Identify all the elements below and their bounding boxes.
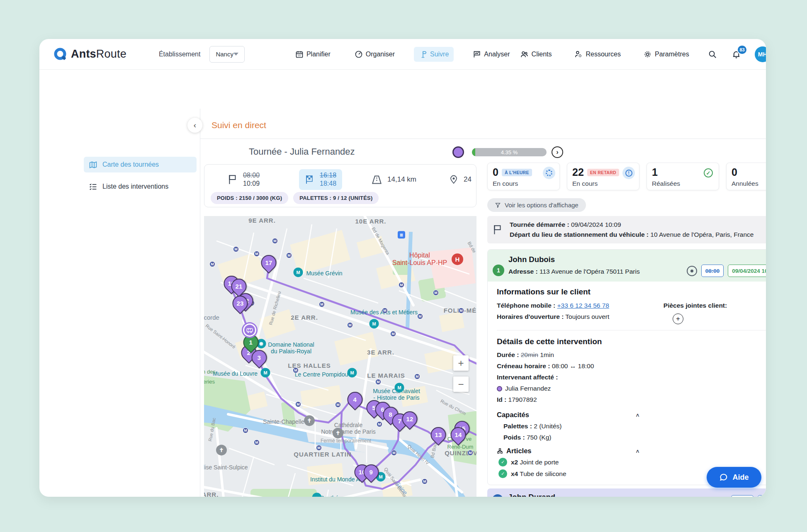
map-label: Rue du Bac: [207, 418, 216, 442]
secondary-nav: Clients Ressources Paramètres 83 MH: [515, 46, 766, 62]
map-label: 3E ARR.: [367, 349, 394, 356]
finish-flag-icon: [305, 175, 315, 185]
status-card-done[interactable]: 1 Réalisées ✓: [647, 163, 719, 190]
road-icon: [371, 174, 382, 185]
nav-planifier[interactable]: Planifier: [290, 47, 335, 62]
metro-station-icon: M: [467, 450, 473, 456]
poi-icon: M: [261, 368, 270, 377]
ontime-badge: À L'HEURE: [502, 169, 532, 176]
church-icon: ✝: [304, 415, 315, 426]
capacity-pills: POIDS : 2150 / 3000 (KG) PALETTES : 9 / …: [211, 192, 379, 204]
stop1-number: 1: [493, 265, 504, 276]
nav-organiser[interactable]: Organiser: [350, 47, 400, 62]
help-button[interactable]: Aide: [707, 467, 761, 488]
stop1-header[interactable]: 1 John Dubois Adresse : 113 Avenue de l'…: [488, 250, 766, 282]
metro-station-icon: M: [335, 402, 341, 408]
articles-icon: [497, 448, 503, 454]
establishment-select[interactable]: Nancy: [209, 46, 245, 63]
speedometer-icon: [355, 50, 363, 58]
tour-title: Tournée - Julia Fernandez: [249, 146, 355, 157]
map-label: HôpitalSaint-Louis AP-HP: [392, 252, 447, 267]
map-marker-stop-17[interactable]: 17: [258, 252, 280, 273]
map-label: René-Dum: [447, 444, 474, 450]
map-label: eries: [204, 379, 215, 385]
poi-icon: ▲: [312, 493, 322, 497]
metro-station-icon: M: [293, 367, 299, 373]
metro-station-icon: M: [382, 308, 388, 313]
map-marker-stop-4[interactable]: 4: [344, 389, 366, 410]
tour-open-arrow[interactable]: ›: [552, 146, 563, 158]
sidebar-item-carte-des-tournees[interactable]: Carte des tournées: [84, 157, 197, 172]
status-card-cancelled[interactable]: 0 Annulées ×: [726, 163, 766, 190]
map-label: Quai Saint-Bernard: [383, 466, 410, 497]
search-button[interactable]: [707, 49, 718, 60]
articles-toggle[interactable]: Articles ∧: [497, 447, 640, 455]
nav-ressources[interactable]: Ressources: [569, 47, 625, 62]
stop1-name: John Dubois: [508, 255, 766, 264]
brand-logo[interactable]: AntsRoute: [53, 47, 126, 62]
stop2-header[interactable]: 2 John Durand Adresse : 99 Rue de Rivoli…: [487, 488, 766, 497]
pallets-pill: PALETTES : 9 / 12 (UNITÉS): [293, 192, 379, 204]
person-gear-icon: [574, 50, 583, 58]
metro-station-icon: M: [375, 379, 381, 385]
metro-station-icon: M: [417, 313, 423, 319]
metro-station-icon: M: [347, 322, 353, 328]
add-attachment-button[interactable]: +: [673, 313, 683, 324]
stats-row: 08:0010:09 16:1818:48 14,14 km 24: [204, 170, 476, 189]
end-time-stat[interactable]: 16:1818:48: [299, 169, 342, 190]
status-card-late[interactable]: 22EN RETARD En cours !: [567, 163, 639, 190]
flag-icon: [492, 224, 503, 235]
map-zoom-in-button[interactable]: +: [453, 355, 469, 371]
map-label: Rue du Chem: [440, 398, 467, 416]
nav-clients[interactable]: Clients: [515, 47, 557, 62]
pin-icon: [449, 175, 459, 185]
map-pin-icon: [89, 160, 97, 169]
tour-progress-bar: 4.35 %: [472, 148, 547, 156]
tour-map[interactable]: 9E ARR.10E ARR.2E ARR.3E ARR.LES HALLESL…: [204, 216, 476, 497]
poi-icon: M: [395, 383, 404, 392]
start-flag-icon: [227, 174, 238, 185]
map-label: Bd de Magenta: [371, 226, 391, 256]
map-label: ncorde: [204, 314, 219, 321]
map-zoom-out-button[interactable]: −: [453, 377, 469, 392]
map-label: Fermé temporairement: [321, 438, 371, 444]
tour-start-infobox: Tournée démarrée : 09/04/2024 10:09 Dépa…: [487, 216, 766, 243]
metro-station-icon: M: [272, 238, 278, 244]
metro-station-icon: M: [319, 301, 325, 307]
map-marker-vehicle[interactable]: [243, 323, 256, 337]
metro-station-icon: M: [391, 450, 397, 456]
metro-station-icon: M: [295, 401, 301, 407]
search-icon: [708, 50, 717, 59]
capacities-toggle[interactable]: Capacités ∧: [497, 411, 640, 419]
status-card-ontime[interactable]: 0À L'HEURE En cours: [487, 163, 560, 190]
alert-icon: !: [622, 167, 635, 179]
stop-card-john-durand: 2 John Durand Adresse : 99 Rue de Rivoli…: [487, 488, 766, 497]
clients-icon: [520, 50, 529, 58]
map-label: Seine: [394, 480, 408, 496]
establishment-label: Établissement: [159, 51, 201, 58]
page-title: Suivi en direct: [211, 120, 266, 130]
display-options-button[interactable]: Voir les options d'affichage: [487, 198, 586, 212]
sidebar-divider: [200, 109, 200, 497]
nav-suivre[interactable]: Suivre: [414, 47, 454, 62]
top-navbar: AntsRoute Établissement Nancy Planifier …: [39, 39, 766, 70]
stop1-actual-chip: 09/04/2024 10:10: [728, 265, 766, 277]
phone-link[interactable]: +33 6 12 34 56 78: [557, 302, 609, 309]
signpost-icon: [419, 50, 427, 58]
nav-analyser[interactable]: Analyser: [468, 47, 515, 62]
avatar[interactable]: MH: [755, 46, 766, 62]
map-label: Domaine Nationaldu Palais-Royal: [268, 341, 314, 355]
stop1-body: Informations sur le client Téléphone mob…: [488, 282, 766, 485]
chevron-down-icon: [233, 53, 238, 56]
metro-station-icon: M: [377, 421, 382, 427]
metro-station-icon: M: [286, 253, 292, 258]
notifications-button[interactable]: 83: [731, 49, 742, 60]
map-label: Institut du Monde A: [310, 476, 360, 483]
late-badge: EN RETARD: [587, 169, 619, 176]
map-marker-stop-13[interactable]: 13: [428, 424, 449, 445]
sidebar-item-liste-des-interventions[interactable]: Liste des interventions: [84, 179, 197, 194]
nav-parametres[interactable]: Paramètres: [638, 47, 694, 62]
progress-percent: 4.35 %: [472, 148, 547, 156]
metro-station-icon: M: [414, 374, 420, 379]
back-button[interactable]: ‹: [187, 118, 202, 133]
